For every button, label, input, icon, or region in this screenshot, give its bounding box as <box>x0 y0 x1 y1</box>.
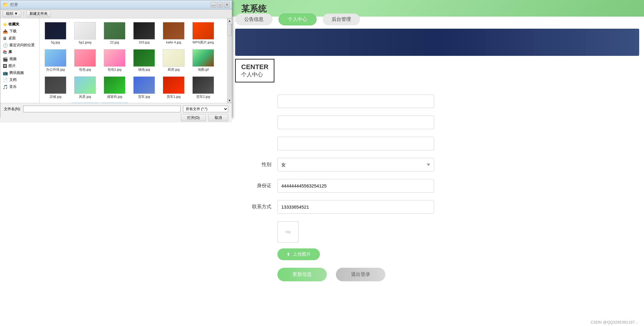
file-item-kafei[interactable]: kafei 4.jpg <box>160 21 187 46</box>
recent-icon: 🕐 <box>3 43 8 48</box>
organize-btn[interactable]: 组织 ▼ <box>3 11 21 17</box>
gender-select[interactable]: 女 男 <box>277 158 434 171</box>
document-icon: 📄 <box>3 78 8 82</box>
file-item-qr1[interactable]: 健康码1.jpg <box>101 103 128 103</box>
file-thumb-truck2 <box>192 76 214 94</box>
file-thumb-map <box>192 49 214 67</box>
nav-item-downloads[interactable]: 📥 下载 <box>0 28 39 35</box>
file-item-22[interactable]: 22.jpg <box>101 21 128 46</box>
file-item-truck[interactable]: 货车.jpg <box>131 75 158 100</box>
nav-item-tencent[interactable]: 📺 腾讯视频 <box>0 69 39 76</box>
nav-buttons: 公告信息 个人中心 后台管理 <box>235 14 360 25</box>
update-info-btn[interactable]: 更新信息 <box>277 268 327 281</box>
nav-item-picture[interactable]: 🖼 图片 <box>0 62 39 69</box>
nav-announcement-btn[interactable]: 公告信息 <box>235 14 273 25</box>
logout-btn[interactable]: 退出登录 <box>336 268 385 281</box>
file-name-22: 22.jpg <box>110 40 119 44</box>
file-thumb-truck <box>133 76 155 94</box>
file-name-5g: 5g.jpg <box>51 40 60 44</box>
file-thumb-store <box>45 76 66 94</box>
name-input[interactable] <box>277 94 434 108</box>
file-item-kitchen[interactable]: 厨房.jpg <box>160 48 187 73</box>
file-item-medicine[interactable]: 感冒药.jpg <box>101 75 128 100</box>
file-item-grass[interactable]: 风景.jpg <box>71 75 99 100</box>
banner <box>235 29 639 56</box>
dialog-maximize-btn[interactable]: □ <box>217 2 223 8</box>
id-label: 身份证 <box>235 183 271 189</box>
scroll-track[interactable] <box>228 24 232 97</box>
form-row-field3 <box>235 137 639 150</box>
file-thumb-bag1 <box>104 49 125 67</box>
file-item-truck2[interactable]: 货车2.jpg <box>190 75 217 100</box>
file-item-333[interactable]: 333.jpg <box>131 21 158 46</box>
scroll-thumb[interactable] <box>228 24 232 36</box>
upload-image-btn[interactable]: ⬆ 上传图片 <box>277 248 320 260</box>
file-item-wps[interactable]: WPS图片.jpeg <box>190 21 217 46</box>
file-name-medicine: 感冒药.jpg <box>107 95 122 99</box>
dialog-close-btn[interactable]: ✕ <box>224 2 229 8</box>
filename-input[interactable] <box>23 106 181 112</box>
file-name-map: 地图.gif <box>198 68 209 72</box>
file-item-arena[interactable]: 场地.jpg <box>131 48 158 73</box>
action-buttons: 更新信息 退出登录 <box>277 268 639 281</box>
file-item-truck3[interactable]: 货车3.jpg <box>42 103 69 103</box>
dialog-buttons-row: 打开(O) 取消 <box>4 114 228 121</box>
file-thumb-5g <box>45 22 66 40</box>
file-item-5g1[interactable]: 5g1.jpeg <box>71 21 99 46</box>
nav-group-favorites[interactable]: ⭐ 收藏夹 <box>0 21 39 28</box>
file-name-grass: 风景.jpg <box>79 95 91 99</box>
scroll-up-btn[interactable]: ▲ <box>227 18 232 23</box>
video-icon: 🎬 <box>3 57 8 62</box>
form-row-field2 <box>235 116 639 129</box>
file-dialog: 📁 打开 — □ ✕ 组织 ▼ 新建文件夹 ⭐ 收藏夹 <box>0 0 232 118</box>
file-name-kitchen: 厨房.jpg <box>168 68 180 72</box>
scroll-down-btn[interactable]: ▼ <box>227 98 232 103</box>
id-input[interactable] <box>277 179 434 193</box>
file-thumb-grass <box>74 76 96 94</box>
nav-group-library[interactable]: 📚 库 <box>0 49 39 56</box>
dialog-minimize-btn[interactable]: — <box>211 2 216 8</box>
nav-item-desktop[interactable]: 🖥 桌面 <box>0 35 39 42</box>
file-thumb-bag <box>74 49 96 67</box>
dialog-open-btn[interactable]: 打开(O) <box>181 114 206 121</box>
dialog-files: 5g.jpg 5g1.jpeg 22.jpg 333.jpg kafei 4.j… <box>39 18 227 103</box>
downloads-icon: 📥 <box>3 29 8 34</box>
music-label: 音乐 <box>9 84 17 89</box>
dialog-cancel-btn[interactable]: 取消 <box>208 114 228 121</box>
contact-input[interactable] <box>277 200 434 214</box>
file-item-bag1[interactable]: 包包1.jpg <box>101 48 128 73</box>
upload-icon: ⬆ <box>286 252 290 257</box>
file-name-kafei: kafei 4.jpg <box>166 40 181 44</box>
file-item-5g[interactable]: 5g.jpg <box>42 21 69 46</box>
file-item-truck1[interactable]: 货车1.jpg <box>160 75 187 100</box>
field3-input[interactable] <box>277 137 434 150</box>
dialog-body: ⭐ 收藏夹 📥 下载 🖥 桌面 🕐 最近访问的位置 📚 <box>0 18 232 103</box>
filetype-select[interactable]: 所有文件 (*.*) <box>183 106 228 112</box>
file-item-office[interactable]: 办公环境.jpg <box>42 48 69 73</box>
file-item-store[interactable]: 店铺.jpg <box>42 75 69 100</box>
nav-backend-btn[interactable]: 后台管理 <box>323 14 360 25</box>
dialog-scrollbar[interactable]: ▲ ▼ <box>227 18 232 103</box>
filename-label: 文件名(N): <box>4 107 21 112</box>
nav-item-video[interactable]: 🎬 视频 <box>0 56 39 62</box>
field2-input[interactable] <box>277 116 434 129</box>
file-name-wps: WPS图片.jpeg <box>193 40 214 44</box>
form-section: 性别 女 男 身份证 联系方式 img ⬆ <box>235 94 639 281</box>
nav-personal-center-btn[interactable]: 个人中心 <box>279 14 317 25</box>
file-name-bag1: 包包1.jpg <box>108 68 122 72</box>
form-row-name <box>235 94 639 108</box>
new-folder-btn[interactable]: 新建文件夹 <box>26 11 51 17</box>
watermark: CSDN @QQ3295391197... <box>591 320 638 324</box>
upload-label: 上传图片 <box>293 251 311 257</box>
desktop-icon: 🖥 <box>3 36 7 41</box>
file-item-map[interactable]: 地图.gif <box>190 48 217 73</box>
toolbar-separator <box>24 11 24 17</box>
file-name-truck: 货车.jpg <box>138 95 150 99</box>
picture-label: 图片 <box>8 63 16 69</box>
nav-item-music[interactable]: 🎵 音乐 <box>0 83 39 90</box>
desktop-label: 桌面 <box>8 36 16 41</box>
file-item-bag[interactable]: 包包.jpg <box>71 48 99 73</box>
nav-item-document[interactable]: 📄 文档 <box>0 76 39 83</box>
nav-item-recent[interactable]: 🕐 最近访问的位置 <box>0 42 39 49</box>
file-item-qr[interactable]: 健康码.jpg <box>71 103 99 103</box>
